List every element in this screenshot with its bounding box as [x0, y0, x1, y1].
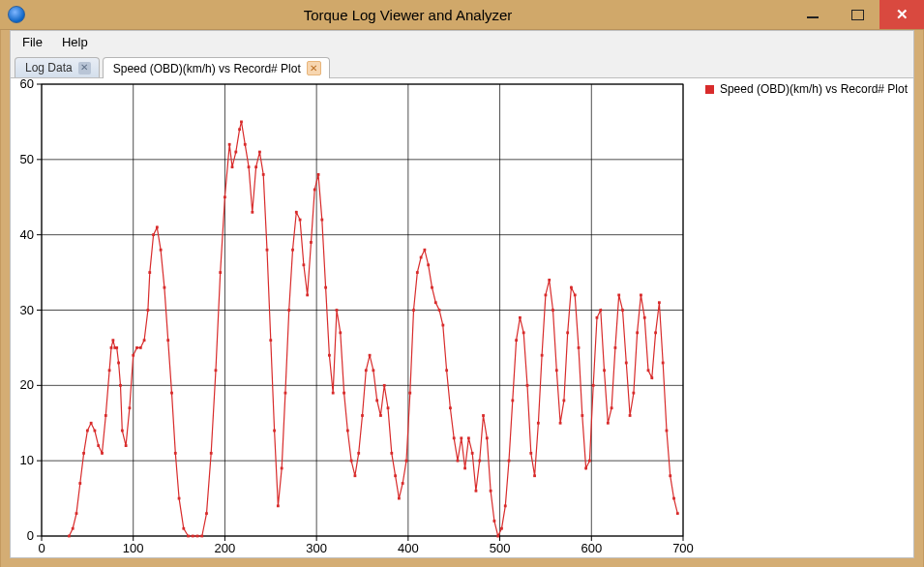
svg-rect-162 [486, 436, 489, 439]
svg-rect-78 [170, 392, 173, 395]
svg-rect-177 [541, 354, 544, 357]
svg-rect-64 [121, 430, 124, 433]
svg-rect-184 [566, 331, 569, 334]
svg-rect-196 [611, 406, 613, 409]
svg-text:10: 10 [20, 453, 34, 467]
maximize-button[interactable] [835, 0, 879, 29]
svg-rect-102 [266, 249, 269, 252]
legend-swatch-icon [705, 85, 714, 94]
svg-rect-210 [662, 362, 665, 365]
svg-rect-76 [164, 286, 166, 289]
svg-rect-73 [152, 233, 155, 236]
svg-rect-91 [228, 143, 231, 146]
menu-help[interactable]: Help [54, 33, 96, 51]
svg-rect-141 [408, 392, 411, 395]
svg-rect-85 [200, 535, 203, 538]
svg-rect-74 [156, 225, 159, 228]
svg-rect-170 [515, 339, 518, 342]
svg-rect-67 [132, 354, 134, 357]
svg-text:100: 100 [123, 541, 144, 555]
minimize-button[interactable] [790, 0, 835, 29]
svg-rect-166 [500, 527, 503, 530]
svg-rect-144 [420, 256, 423, 259]
svg-rect-124 [346, 430, 349, 433]
svg-rect-87 [210, 452, 213, 455]
tab-label: Log Data [25, 61, 73, 75]
svg-text:300: 300 [306, 541, 327, 555]
svg-rect-137 [394, 474, 397, 477]
svg-text:50: 50 [20, 152, 34, 166]
svg-rect-149 [438, 309, 441, 312]
app-icon [8, 6, 25, 23]
tabstrip: Log Data ✕ Speed (OBD)(km/h) vs Record# … [11, 52, 913, 78]
svg-rect-94 [238, 128, 241, 131]
svg-rect-163 [490, 490, 492, 492]
svg-rect-183 [562, 400, 565, 403]
legend: Speed (OBD)(km/h) vs Record# Plot [705, 82, 908, 96]
svg-rect-186 [574, 294, 577, 297]
svg-rect-194 [603, 369, 606, 372]
svg-rect-135 [387, 406, 390, 409]
svg-rect-208 [654, 331, 657, 334]
svg-rect-109 [291, 249, 294, 252]
svg-text:700: 700 [672, 541, 694, 555]
svg-rect-161 [482, 414, 485, 417]
close-icon[interactable]: ✕ [307, 61, 321, 75]
chart-pane: 01002003004005006007000102030405060 Spee… [11, 78, 913, 557]
tab-log-data[interactable]: Log Data ✕ [15, 57, 100, 77]
legend-label: Speed (OBD)(km/h) vs Record# Plot [720, 82, 908, 96]
svg-text:0: 0 [38, 541, 45, 555]
svg-rect-147 [431, 286, 433, 289]
svg-rect-52 [90, 422, 93, 425]
svg-rect-86 [205, 512, 208, 515]
svg-rect-140 [405, 460, 408, 463]
svg-rect-89 [219, 271, 222, 274]
svg-rect-148 [434, 301, 437, 304]
menu-file[interactable]: File [15, 33, 50, 51]
svg-rect-100 [258, 151, 261, 154]
svg-rect-84 [196, 535, 199, 538]
svg-rect-199 [621, 309, 624, 312]
svg-rect-181 [555, 369, 558, 372]
svg-text:60: 60 [20, 78, 34, 91]
svg-rect-146 [427, 263, 430, 266]
svg-rect-214 [676, 512, 679, 515]
svg-rect-61 [115, 346, 118, 349]
svg-rect-48 [75, 512, 78, 515]
svg-rect-193 [599, 309, 602, 312]
svg-rect-176 [537, 422, 540, 425]
svg-rect-122 [339, 331, 342, 334]
svg-rect-213 [672, 497, 675, 500]
svg-rect-50 [82, 452, 85, 455]
svg-rect-119 [328, 354, 331, 357]
svg-rect-104 [273, 430, 276, 433]
client-area: File Help Log Data ✕ Speed (OBD)(km/h) v… [10, 30, 914, 558]
svg-rect-179 [548, 279, 551, 282]
svg-rect-123 [343, 392, 345, 395]
svg-rect-71 [146, 309, 149, 312]
svg-text:0: 0 [27, 528, 34, 543]
svg-rect-173 [526, 384, 529, 387]
svg-rect-114 [310, 241, 313, 244]
svg-rect-167 [504, 504, 507, 507]
window-frame: File Help Log Data ✕ Speed (OBD)(km/h) v… [0, 30, 924, 567]
svg-rect-160 [478, 460, 481, 463]
close-icon[interactable]: ✕ [78, 62, 91, 75]
svg-rect-121 [336, 309, 339, 312]
svg-rect-172 [522, 331, 525, 334]
close-button[interactable]: ✕ [879, 0, 924, 29]
svg-rect-192 [596, 316, 599, 319]
svg-rect-47 [72, 527, 75, 530]
svg-rect-174 [529, 452, 532, 455]
tab-speed-plot[interactable]: Speed (OBD)(km/h) vs Record# Plot ✕ [103, 57, 330, 78]
svg-rect-92 [231, 165, 234, 168]
svg-rect-128 [361, 414, 364, 417]
svg-rect-185 [570, 286, 573, 289]
svg-rect-96 [244, 143, 247, 146]
svg-rect-108 [287, 309, 290, 312]
svg-rect-63 [119, 384, 122, 387]
svg-rect-82 [187, 535, 190, 538]
svg-rect-182 [559, 422, 562, 425]
svg-rect-157 [467, 436, 470, 439]
chart-svg: 01002003004005006007000102030405060 [11, 78, 913, 557]
